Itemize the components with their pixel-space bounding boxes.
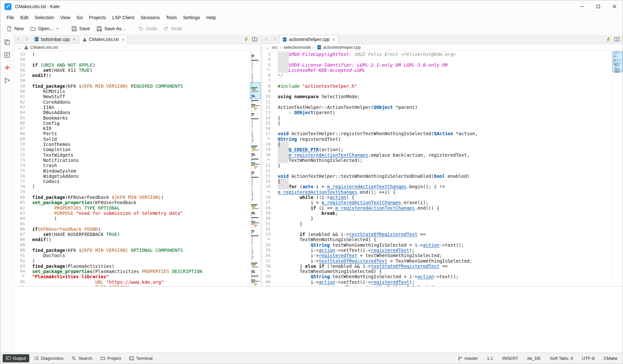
gutter-padding [274,158,278,163]
code-text: NewStuff [32,94,250,99]
gutter-padding [28,115,32,121]
editor-area-right: 3 SPDX-FileCopyrightText: 2022 Felix Ern… [262,51,623,286]
menu-selection[interactable]: Selection [32,14,57,21]
split-view-icon[interactable] [614,37,619,42]
statusbar-input-mode[interactable]: INSERT [502,356,518,361]
minimap-scrollbar-right[interactable] [612,51,623,286]
minimap-mark [252,247,252,248]
statusbar-diagnostics-button[interactable]: Diagnostics [31,354,67,362]
gutter-padding [274,174,278,179]
code-line: 59find_package(KF6 ${KF6_MIN_VERSION} RE… [14,84,250,89]
code-line: 56 set(HAVE_X11 TRUE) [14,68,250,73]
statusbar-toolviews: OutputDiagnosticsSearchProjectTerminal [0,354,156,362]
menu-file[interactable]: File [4,14,17,21]
maximize-button[interactable] [590,0,606,13]
split-view-icon[interactable] [252,37,257,42]
statusbar-git-branch-status[interactable]: master [458,356,478,361]
close-button[interactable] [606,0,623,13]
version-control-toolview-button[interactable] [2,75,12,85]
minimap-viewport[interactable] [612,51,623,72]
git-toolview-button[interactable] [2,63,12,72]
code-line: 86if(KF6UserFeedback_FOUND) [14,227,250,232]
tab-actiontexthelper.cpp[interactable]: C+actiontexthelper.cpp× [279,35,338,44]
code-line: 76 WidgetsAddons [14,174,250,179]
menu-view[interactable]: View [57,14,73,21]
statusbar-project-button[interactable]: Project [97,354,124,362]
open-button[interactable]: Open... [27,24,62,33]
documents-toolview-button[interactable] [2,37,12,47]
code-line: 91 DocTools [14,253,250,258]
quick-actions-icon[interactable] [606,37,610,42]
minimap-mark [252,135,253,136]
gutter-padding [274,274,278,279]
editor-cmakelists[interactable]: 53)5455if (UNIX AND NOT APPLE)56 set(HAV… [14,51,250,286]
statusbar-terminal-button[interactable]: Terminal [126,354,156,362]
tab-close-icon[interactable]: × [73,37,76,42]
gutter-padding [28,62,32,68]
tab-close-icon[interactable]: × [333,37,336,42]
line-number: 61 [14,94,28,99]
tab-scroll-right-icon[interactable] [271,35,279,44]
menu-settings[interactable]: Settings [180,14,203,21]
line-number: 25 [262,184,274,189]
gutter-padding [274,242,278,248]
undo-button[interactable]: Undo [135,24,160,33]
menu-sessions[interactable]: Sessions [138,14,163,21]
gutter-padding [274,57,278,62]
menu-edit[interactable]: Edit [17,14,31,21]
symbols-toolview-button[interactable] [2,50,12,60]
statusbar-cursor-position[interactable]: 1:1 [487,356,493,361]
tab-bottombar.cpp[interactable]: C+bottombar.cpp× [31,35,79,44]
menu-projects[interactable]: Projects [86,14,109,21]
menu-help[interactable]: Help [203,14,219,21]
minimap-mark [252,272,256,273]
breadcrumb-overflow-button[interactable]: ... [18,45,21,50]
minimap-viewport[interactable] [250,82,260,99]
save-button[interactable]: Save [69,24,93,33]
gutter-padding [28,200,32,205]
save-as-button[interactable]: Save As... [94,24,128,33]
minimize-button[interactable] [574,0,590,13]
minimap-mark [252,185,253,186]
minimap-scrollbar-left[interactable] [250,51,260,286]
breadcrumb-item-src[interactable]: src [272,45,277,50]
menu-tools[interactable]: Tools [163,14,180,21]
breadcrumb-label: src [272,45,277,50]
tab-scroll-left-icon[interactable] [262,35,271,44]
line-number: 70 [14,142,28,147]
quick-actions-icon[interactable] [244,37,248,42]
breadcrumb-item-CMakeLists.txt[interactable]: CMakeLists.txt [24,45,58,50]
statusbar-search-button[interactable]: Search [68,354,96,362]
code-line: 6*/ [262,73,612,78]
minimap-mark [252,179,253,180]
tab-CMakeLists.txt[interactable]: CMakeLists.txt× [79,35,128,44]
tab-scroll-left-icon[interactable] [14,35,22,44]
minimap-mark [252,150,258,150]
tab-scroll-right-icon[interactable] [22,35,31,44]
gutter-padding [28,73,32,78]
statusbar-output-button[interactable]: Output [3,354,29,362]
breadcrumb-overflow-button[interactable]: ... [266,45,270,50]
breadcrumb-item-selectionmode[interactable]: selectionmode [284,45,311,50]
editor-actiontexthelper[interactable]: 3 SPDX-FileCopyrightText: 2022 Felix Ern… [262,51,612,286]
statusbar-tab-settings[interactable]: Soft Tabs: 4 [550,356,573,361]
minimap-mark [251,170,259,171]
minimap-mark [251,172,254,173]
gutter-padding [274,78,278,83]
minimap-mark [252,259,253,260]
code-line: 4 [262,57,612,62]
statusbar-encoding[interactable]: UTF-8 [582,356,594,361]
menu-go[interactable]: Go [73,14,86,21]
redo-button[interactable]: Redo [161,24,186,33]
line-number: 60 [14,89,28,94]
minimap-mark [252,131,252,132]
minimap-mark [252,243,253,244]
menu-lsp-client[interactable]: LSP Client [109,14,137,21]
breadcrumb-item-actiontexthelper.cpp[interactable]: C+actiontexthelper.cpp [317,45,361,50]
code-line: 94set_package_properties(PlasmaActivitie… [14,269,250,274]
gutter-padding [28,99,32,105]
tab-close-icon[interactable]: × [122,37,125,42]
statusbar-dictionary[interactable]: de_DE [527,356,541,361]
new-button[interactable]: New [4,24,27,33]
statusbar-highlight-mode[interactable]: CMake [603,356,617,361]
